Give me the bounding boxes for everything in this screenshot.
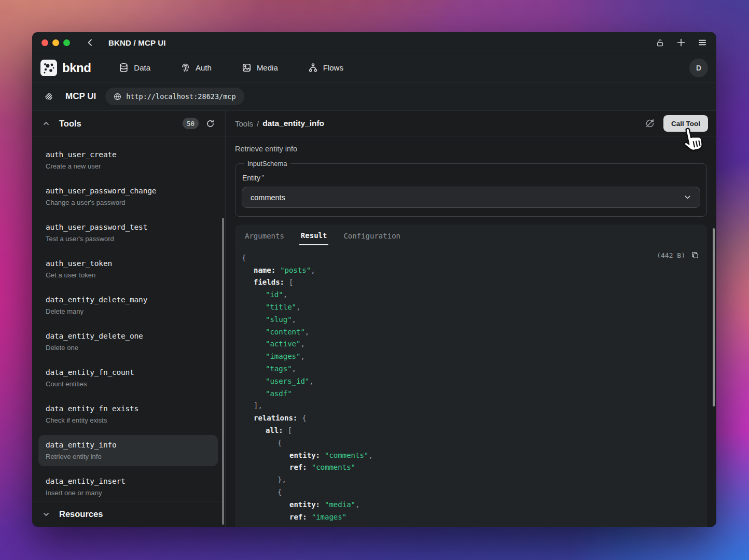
app-navbar: bknd Data Auth Media Flows D [32, 53, 716, 82]
tools-count-badge: 50 [183, 118, 199, 129]
json-key: entity: [289, 451, 320, 459]
tab-configuration[interactable]: Configuration [342, 226, 402, 245]
unlock-icon[interactable] [656, 38, 664, 47]
json-line: entity:"comments", [235, 449, 707, 461]
tool-name: auth_user_password_test [46, 222, 211, 232]
tab-result[interactable]: Result [299, 226, 329, 245]
tools-section-title: Tools [59, 119, 81, 129]
json-punct: , [305, 328, 309, 336]
entity-select[interactable]: comments [242, 187, 700, 208]
nav-item-data[interactable]: Data [119, 63, 150, 73]
globe-icon [114, 93, 121, 101]
brand-logo[interactable]: bknd [40, 60, 91, 76]
back-icon[interactable] [86, 38, 95, 47]
tools-section-header[interactable]: Tools 50 [32, 111, 225, 136]
entity-field-label: Entity [242, 174, 260, 182]
avatar[interactable]: D [689, 59, 708, 77]
json-line: }, [235, 473, 707, 486]
required-marker: * [262, 174, 264, 180]
mcp-bar: MCP UI http://localhost:28623/mcp [32, 82, 716, 111]
tool-name: data_entity_info [46, 440, 211, 450]
json-punct: [ [288, 426, 292, 435]
json-string: "id" [266, 290, 283, 299]
call-tool-button[interactable]: Call Tool [663, 115, 708, 132]
json-string: "users_id" [266, 377, 309, 385]
json-punct: , [300, 352, 304, 360]
tool-name: data_entity_insert [46, 477, 211, 486]
refresh-tools-icon[interactable] [206, 119, 215, 128]
json-line: { [235, 486, 707, 498]
tool-item-auth_user_create[interactable]: auth_user_create Create a new user [38, 145, 218, 176]
json-line: { [235, 437, 707, 449]
json-key: name: [254, 266, 275, 274]
mcp-endpoint-pill[interactable]: http://localhost:28623/mcp [105, 88, 244, 105]
result-size-label: (442 B) [657, 251, 685, 259]
tool-item-auth_user_token[interactable]: auth_user_token Get a user token [38, 254, 218, 285]
titlebar: BKND / MCP UI [32, 32, 716, 53]
json-string: "images" [266, 352, 300, 360]
tool-description: Insert one or many [46, 489, 211, 497]
nav-item-label: Data [134, 63, 150, 72]
tool-detail-header: Tools / data_entity_info Call Tool [226, 111, 716, 136]
nav-item-flows[interactable]: Flows [308, 63, 343, 73]
tool-item-auth_user_password_change[interactable]: auth_user_password_change Change a user'… [38, 181, 218, 212]
json-line: fields:[ [235, 276, 707, 289]
json-string: "active" [266, 340, 300, 348]
json-line: all:[ [235, 424, 707, 437]
json-punct: ], [254, 401, 262, 410]
nav-item-media[interactable]: Media [242, 63, 278, 73]
close-window-button[interactable] [41, 39, 48, 46]
json-punct: { [278, 488, 282, 496]
json-string: "images" [312, 513, 346, 521]
mcp-endpoint-url: http://localhost:28623/mcp [126, 92, 235, 101]
json-result-viewer: (442 B) { name:"posts", fields:[ "id", "… [235, 245, 707, 527]
resources-section-header[interactable]: Resources [32, 501, 225, 527]
sidebar-scrollbar[interactable] [222, 218, 224, 525]
nav-item-auth[interactable]: Auth [181, 63, 212, 73]
breadcrumb-section[interactable]: Tools [235, 119, 253, 128]
json-key: ref: [289, 513, 307, 521]
tool-item-data_entity_fn_exists[interactable]: data_entity_fn_exists Check if entity ex… [38, 399, 218, 430]
auto-refresh-off-icon[interactable] [645, 118, 655, 129]
fingerprint-icon [181, 63, 190, 73]
json-line: ref:"images" [235, 511, 707, 523]
json-punct: , [292, 315, 296, 324]
json-string: "posts" [280, 266, 311, 274]
tool-name: auth_user_password_change [46, 186, 211, 196]
json-punct: , [283, 290, 287, 299]
json-key: entity: [289, 500, 320, 509]
nav-item-label: Media [257, 63, 278, 72]
json-punct: }, [278, 475, 286, 484]
tool-item-data_entity_info[interactable]: data_entity_info Retrieve entity info [38, 435, 218, 466]
entity-select-value: comments [251, 193, 285, 202]
app-window: BKND / MCP UI bknd Data [32, 32, 716, 527]
menu-icon[interactable] [698, 38, 707, 47]
json-punct: , [311, 266, 315, 274]
main-panel-scrollbar[interactable] [713, 228, 715, 407]
tool-item-auth_user_password_test[interactable]: auth_user_password_test Test a user's pa… [38, 217, 218, 248]
json-punct: { [302, 414, 306, 422]
json-string: "title" [266, 303, 296, 311]
tool-item-data_entity_delete_many[interactable]: data_entity_delete_many Delete many [38, 290, 218, 321]
tool-description: Test a user's password [46, 235, 211, 243]
chevron-down-icon [43, 511, 50, 518]
tool-description: Delete many [46, 307, 211, 316]
tab-arguments[interactable]: Arguments [243, 226, 286, 245]
json-string: "tags" [266, 365, 292, 373]
nav-item-label: Auth [196, 63, 212, 72]
tool-item-data_entity_delete_one[interactable]: data_entity_delete_one Delete one [38, 326, 218, 357]
json-punct: , [309, 377, 313, 385]
mcp-page-title: MCP UI [65, 91, 96, 102]
tool-description: Change a user's password [46, 199, 211, 207]
tool-item-data_entity_insert[interactable]: data_entity_insert Insert one or many [38, 471, 218, 501]
zoom-window-button[interactable] [63, 39, 70, 46]
new-tab-plus-icon[interactable] [676, 38, 686, 47]
traffic-lights [41, 39, 70, 46]
result-card: Arguments Result Configuration (442 B) { [235, 225, 707, 527]
minimize-window-button[interactable] [52, 39, 59, 46]
json-string: "media" [325, 500, 355, 509]
json-line: relations:{ [235, 412, 707, 424]
tool-item-data_entity_fn_count[interactable]: data_entity_fn_count Count entities [38, 362, 218, 394]
copy-icon[interactable] [691, 251, 699, 259]
tool-name: auth_user_token [46, 259, 211, 269]
